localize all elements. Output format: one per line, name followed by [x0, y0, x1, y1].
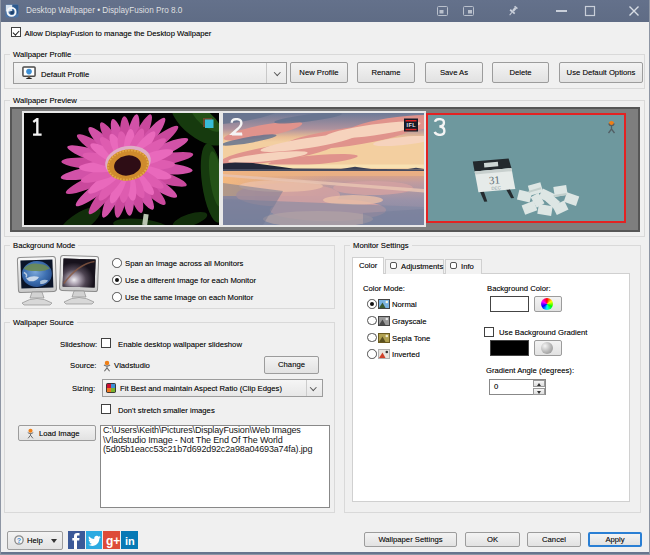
svg-text:31: 31 — [488, 173, 500, 186]
svg-text:?: ? — [17, 537, 21, 545]
svg-text:DEC: DEC — [491, 185, 502, 191]
svg-text:IFL: IFL — [407, 122, 417, 128]
